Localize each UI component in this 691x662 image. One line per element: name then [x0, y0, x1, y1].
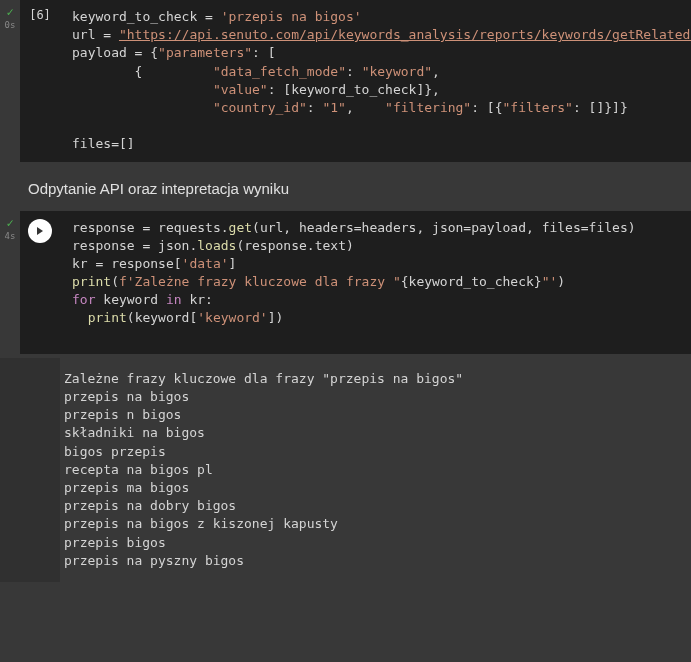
- output-block: Zależne frazy kluczowe dla frazy "przepi…: [0, 358, 691, 582]
- code-cell-2: ✓ 4s response = requests.get(url, header…: [0, 211, 691, 354]
- section-heading: Odpytanie API oraz intepretacja wyniku: [0, 166, 691, 211]
- output-gutter: [0, 358, 60, 582]
- exec-time: 0s: [5, 20, 16, 30]
- cell-gutter: ✓ 4s: [0, 211, 20, 354]
- run-button[interactable]: [28, 219, 52, 243]
- status-check-icon: ✓: [6, 217, 13, 229]
- execution-count[interactable]: [6]: [20, 0, 60, 162]
- code-editor[interactable]: keyword_to_check = 'przepis na bigos' ur…: [60, 0, 691, 162]
- run-button-col: [20, 211, 60, 354]
- status-check-icon: ✓: [6, 6, 13, 18]
- exec-time: 4s: [5, 231, 16, 241]
- play-icon: [35, 226, 45, 236]
- code-cell-1: ✓ 0s [6] keyword_to_check = 'przepis na …: [0, 0, 691, 162]
- cell-output: Zależne frazy kluczowe dla frazy "przepi…: [60, 358, 691, 582]
- cell-gutter: ✓ 0s: [0, 0, 20, 162]
- code-editor[interactable]: response = requests.get(url, headers=hea…: [60, 211, 691, 354]
